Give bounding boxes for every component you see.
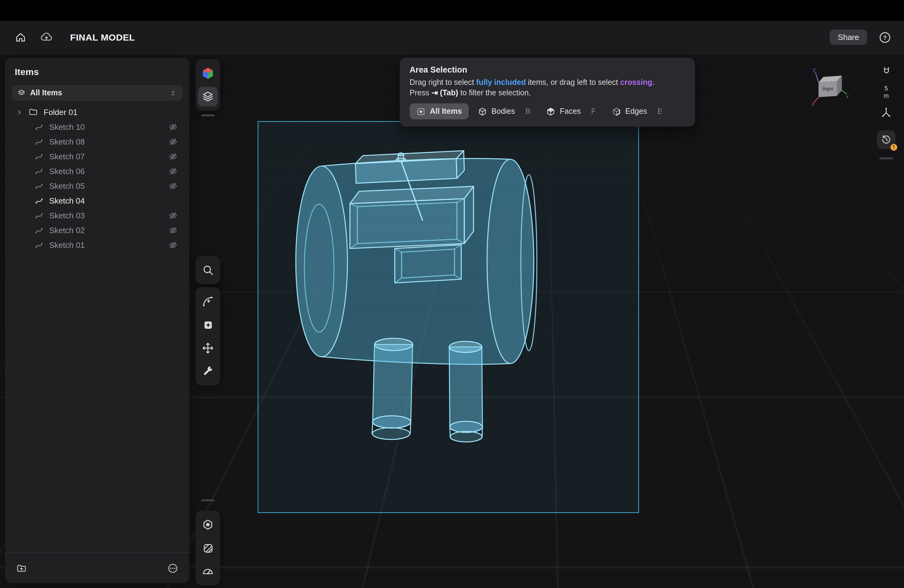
visibility-off-button[interactable] <box>167 136 179 147</box>
tree-item-sketch[interactable]: Sketch 01 <box>5 237 190 252</box>
axis-z-label: Z <box>813 68 816 73</box>
filter-all-items[interactable]: All Items <box>409 103 469 119</box>
magnet-icon <box>880 65 892 77</box>
grid-scale-label: 5 m <box>884 85 889 100</box>
visibility-off-button[interactable] <box>167 224 179 236</box>
help-button[interactable]: ? <box>877 29 893 45</box>
chevron-right-icon[interactable] <box>16 109 24 115</box>
color-cube-icon <box>201 66 215 80</box>
search-icon <box>202 264 214 276</box>
measure-button[interactable] <box>198 561 218 581</box>
items-panel-footer <box>5 552 190 583</box>
share-button[interactable]: Share <box>830 30 867 45</box>
snapping-button[interactable] <box>877 62 895 81</box>
toolbar-drag-handle[interactable] <box>201 499 215 501</box>
history-warning-badge: ! <box>890 144 897 151</box>
tree-item-sketch[interactable]: Sketch 08 <box>5 134 190 149</box>
sketch-label: Sketch 06 <box>49 166 85 175</box>
filter-faces[interactable]: Faces F <box>540 103 603 119</box>
material-button[interactable] <box>198 515 218 534</box>
isometric-view-button[interactable] <box>198 63 218 83</box>
stack-icon <box>17 89 26 97</box>
orientation-button[interactable] <box>877 103 895 122</box>
history-button[interactable]: ! <box>877 130 895 149</box>
sketch-icon <box>35 240 44 250</box>
visibility-off-button[interactable] <box>167 180 179 191</box>
adjust-tool-button[interactable] <box>198 362 218 381</box>
section-hatch-button[interactable] <box>198 538 218 558</box>
toolbar-view-group <box>196 59 220 111</box>
sketch-label: Sketch 02 <box>49 225 85 235</box>
tree-item-folder[interactable]: Folder 01 <box>5 104 190 119</box>
home-button[interactable] <box>11 28 30 46</box>
items-panel-toggle-button[interactable] <box>198 87 218 106</box>
folder-label: Folder 01 <box>44 107 77 117</box>
items-panel: Items All Items Folder 01 Sketch 10 Sket… <box>5 58 190 583</box>
axis-y-label: Y <box>846 95 849 100</box>
face-cube-icon <box>547 107 556 116</box>
sketch-tool-button[interactable] <box>198 292 218 311</box>
hexagon-icon <box>202 518 214 531</box>
items-filter-value: All Items <box>30 89 62 97</box>
move-tool-button[interactable] <box>198 338 218 358</box>
cloud-upload-icon <box>40 31 52 44</box>
eye-off-icon <box>168 152 177 161</box>
tree-item-sketch[interactable]: Sketch 05 <box>5 179 190 193</box>
edge-cube-icon <box>612 107 621 116</box>
layers-icon <box>202 90 214 103</box>
tree-item-sketch[interactable]: Sketch 03 <box>5 208 190 223</box>
eye-off-icon <box>168 137 177 146</box>
more-options-button[interactable] <box>165 560 181 576</box>
toolbar-drag-handle[interactable] <box>201 114 215 116</box>
sketch-label: Sketch 01 <box>49 240 85 250</box>
sketch-icon <box>35 166 44 175</box>
header-bar: FINAL MODEL Share ? <box>0 21 904 54</box>
ellipsis-icon <box>167 563 179 574</box>
sync-button[interactable] <box>37 28 55 46</box>
sketch-label: Sketch 07 <box>49 152 85 161</box>
tree-item-sketch[interactable]: Sketch 10 <box>5 119 190 134</box>
dashed-selection-icon <box>416 107 425 116</box>
model-3d[interactable] <box>270 128 553 448</box>
items-filter-dropdown[interactable]: All Items <box>12 85 183 101</box>
area-selection-tooltip: Area Selection Drag right to select full… <box>400 58 695 127</box>
sketch-icon <box>35 122 44 131</box>
sketch-label: Sketch 04 <box>49 196 85 205</box>
shortcut-key: B <box>525 107 530 115</box>
chevron-updown-icon <box>169 89 177 97</box>
add-folder-button[interactable] <box>14 560 30 576</box>
add-body-button[interactable] <box>198 315 218 335</box>
sketch-icon <box>35 196 44 205</box>
eye-off-icon <box>168 122 177 131</box>
svg-text:?: ? <box>883 34 887 41</box>
tree-item-sketch[interactable]: Sketch 07 <box>5 149 190 164</box>
visibility-off-button[interactable] <box>167 239 179 250</box>
filter-bodies[interactable]: Bodies B <box>471 103 537 119</box>
eye-off-icon <box>168 181 177 190</box>
filter-edges[interactable]: Edges E <box>605 103 669 119</box>
search-button[interactable] <box>198 260 218 280</box>
tree-item-sketch-active[interactable]: Sketch 04 <box>5 193 190 208</box>
sketch-icon <box>35 152 44 161</box>
move-arrows-icon <box>202 342 214 354</box>
eye-off-icon <box>168 225 177 235</box>
visibility-off-button[interactable] <box>167 151 179 162</box>
area-selection-title: Area Selection <box>409 65 685 74</box>
visibility-off-button[interactable] <box>167 121 179 132</box>
tree-item-sketch[interactable]: Sketch 02 <box>5 223 190 237</box>
top-strip <box>0 0 904 21</box>
plus-square-icon <box>202 319 214 330</box>
area-selection-instruction-2: Press ⇥ (Tab) to filter the selection. <box>409 88 685 98</box>
app-window: FINAL MODEL Share ? <box>0 0 904 588</box>
sketch-icon <box>35 225 44 235</box>
sketch-label: Sketch 08 <box>49 137 85 146</box>
sketch-label: Sketch 03 <box>49 211 85 220</box>
visibility-off-button[interactable] <box>167 210 179 221</box>
eye-off-icon <box>168 240 177 250</box>
sketch-label: Sketch 10 <box>49 122 85 131</box>
tree-item-sketch[interactable]: Sketch 06 <box>5 164 190 179</box>
visibility-off-button[interactable] <box>167 166 179 177</box>
view-cube[interactable]: Right Z X Y <box>811 68 850 107</box>
eye-off-icon <box>168 166 177 175</box>
right-toolbar-drag-handle[interactable] <box>879 158 893 159</box>
